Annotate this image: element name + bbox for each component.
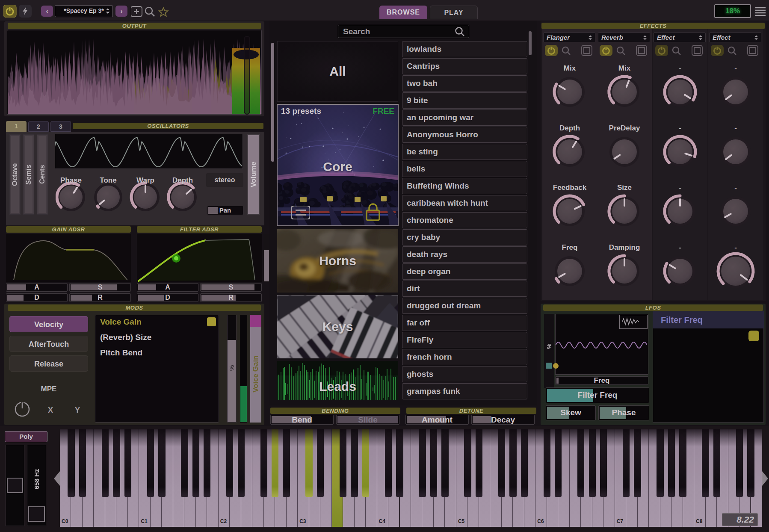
svg-text:X: X <box>48 406 53 414</box>
svg-text:Y: Y <box>75 406 80 414</box>
